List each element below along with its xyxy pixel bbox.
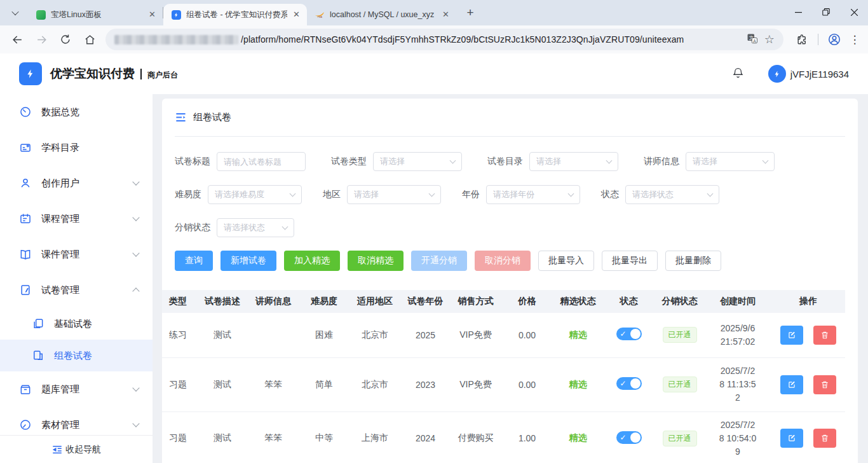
enable-distribution-button[interactable]: 开通分销 xyxy=(411,251,467,271)
page-card: 组卷试卷 试卷标题 试卷类型 请选择 试卷目录 请选择 xyxy=(162,99,858,463)
region-select[interactable]: 请选择 xyxy=(347,185,441,204)
teacher-info-select[interactable]: 请选择 xyxy=(686,152,775,171)
batch-delete-button[interactable]: 批量删除 xyxy=(665,251,721,271)
chevron-down-icon xyxy=(606,158,613,164)
table-row: 习题 测试 笨笨 中等 上海市 2024 付费购买 1.00 精选 ✓ 已开通 … xyxy=(162,411,845,463)
close-window-button[interactable] xyxy=(840,0,868,24)
featured-status: 精选 xyxy=(553,411,602,463)
sidebar-subitem-basic-papers[interactable]: 基础试卷 xyxy=(0,308,153,340)
papers-table: 类型 试卷描述 讲师信息 难易度 适用地区 试卷年份 销售方式 价格 精选状态 … xyxy=(162,290,845,463)
browser-tab-active[interactable]: 组卷试卷 - 优学宝知识付费系统 ✕ xyxy=(163,4,307,25)
close-icon[interactable]: ✕ xyxy=(147,10,158,20)
sidebar-item-label: 创作用户 xyxy=(41,177,79,190)
status-toggle[interactable]: ✓ xyxy=(616,377,642,390)
col-price: 价格 xyxy=(501,290,553,313)
add-featured-button[interactable]: 加入精选 xyxy=(284,251,340,271)
sidebar-subitem-assembled-papers[interactable]: 组卷试卷 xyxy=(0,340,153,371)
translate-icon[interactable]: 文A xyxy=(747,33,758,46)
add-paper-button[interactable]: 新增试卷 xyxy=(220,251,276,271)
exam-paper-pen-icon xyxy=(19,284,32,296)
remove-featured-button[interactable]: 取消精选 xyxy=(348,251,403,271)
edit-button[interactable] xyxy=(780,375,803,394)
refresh-icon[interactable] xyxy=(55,29,76,50)
collapse-nav-button[interactable]: 收起导航 xyxy=(0,435,153,463)
sidebar-item-creator-users[interactable]: 创作用户 xyxy=(0,165,153,201)
tab-search-button[interactable] xyxy=(6,4,24,22)
tab-title: 组卷试卷 - 优学宝知识付费系统 xyxy=(186,10,287,20)
brand-subtitle: 商户后台 xyxy=(147,67,178,81)
phpmyadmin-icon: PMA xyxy=(315,10,325,20)
status-toggle[interactable]: ✓ xyxy=(616,328,642,340)
sidebar-item-question-bank[interactable]: 题库管理 xyxy=(0,371,153,407)
distribution-badge: 已开通 xyxy=(663,327,697,343)
close-icon[interactable]: ✕ xyxy=(440,10,451,20)
collapse-nav-icon xyxy=(51,444,63,455)
delete-button[interactable] xyxy=(813,326,836,345)
paper-title-input[interactable] xyxy=(217,152,306,171)
sidebar-item-label: 学科目录 xyxy=(41,142,79,154)
sidebar-item-subject-catalog[interactable]: 学科目录 xyxy=(0,130,153,165)
new-tab-button[interactable]: + xyxy=(461,4,479,22)
batch-import-button[interactable]: 批量导入 xyxy=(538,251,594,271)
user-icon xyxy=(19,177,32,190)
chevron-up-icon xyxy=(132,287,139,294)
book-icon xyxy=(19,248,32,261)
dashboard-gauge-icon xyxy=(19,106,32,118)
restore-button[interactable] xyxy=(812,0,840,24)
sidebar-item-exam-management[interactable]: 试卷管理 xyxy=(0,272,153,308)
home-icon[interactable] xyxy=(79,29,100,50)
chevron-down-icon xyxy=(282,224,288,230)
filter-label: 地区 xyxy=(323,189,341,200)
sidebar-item-data-overview[interactable]: 数据总览 xyxy=(0,94,153,130)
paper-document-icon xyxy=(32,349,44,362)
forward-icon[interactable] xyxy=(31,29,51,50)
edit-button[interactable] xyxy=(780,326,803,345)
tab-title: localhost / MySQL / uxue_xyz xyxy=(330,10,437,19)
minimize-button[interactable] xyxy=(784,0,812,24)
table-row: 习题 测试 笨笨 简单 北京市 2023 VIP免费 0.00 精选 ✓ 已开通… xyxy=(162,357,845,411)
filter-label: 年份 xyxy=(462,189,480,200)
chevron-down-icon xyxy=(132,420,139,427)
profile-icon[interactable] xyxy=(824,29,844,50)
distribution-status-select[interactable]: 请选择状态 xyxy=(217,218,294,237)
chevron-down-icon xyxy=(707,191,714,197)
col-difficulty: 难易度 xyxy=(299,290,349,313)
delete-button[interactable] xyxy=(813,429,836,448)
edit-button[interactable] xyxy=(780,429,803,448)
chevron-down-icon xyxy=(763,158,769,164)
toolbar-separator xyxy=(818,34,818,45)
sidebar-subitem-label: 基础试卷 xyxy=(54,318,92,330)
browser-tab-baota[interactable]: 宝塔Linux面板 ✕ xyxy=(28,4,163,25)
brand-title: 优学宝知识付费 xyxy=(50,66,135,82)
difficulty-select[interactable]: 请选择难易度 xyxy=(208,185,302,204)
cancel-distribution-button[interactable]: 取消分销 xyxy=(475,251,531,271)
list-lines-icon xyxy=(175,111,187,123)
paper-catalog-select[interactable]: 请选择 xyxy=(529,152,618,171)
distribution-badge: 已开通 xyxy=(663,431,697,446)
bookmark-star-icon[interactable]: ☆ xyxy=(764,34,775,45)
paper-type-select[interactable]: 请选择 xyxy=(373,152,462,171)
close-icon[interactable]: ✕ xyxy=(291,10,302,20)
url-bar[interactable]: /platform/home/RTNseGt6Vk04YTdsdjF5YmhhS… xyxy=(105,29,783,50)
status-select[interactable]: 请选择状态 xyxy=(625,185,719,204)
sidebar-item-courseware-management[interactable]: 课件管理 xyxy=(0,237,153,272)
status-toggle[interactable]: ✓ xyxy=(616,431,642,444)
browser-tab-phpmyadmin[interactable]: PMA localhost / MySQL / uxue_xyz ✕ xyxy=(307,4,456,25)
filter-label: 讲师信息 xyxy=(644,156,679,167)
sidebar-item-label: 课程管理 xyxy=(41,213,79,225)
batch-export-button[interactable]: 批量导出 xyxy=(602,251,658,271)
table-header-row: 类型 试卷描述 讲师信息 难易度 适用地区 试卷年份 销售方式 价格 精选状态 … xyxy=(162,290,845,313)
year-select[interactable]: 请选择年份 xyxy=(486,185,580,204)
sidebar-item-label: 题库管理 xyxy=(41,384,79,396)
collapse-nav-label: 收起导航 xyxy=(65,444,101,455)
chevron-down-icon xyxy=(132,249,139,256)
chevron-down-icon xyxy=(132,178,139,185)
sidebar-item-course-management[interactable]: 课程管理 xyxy=(0,201,153,237)
menu-dots-icon[interactable]: ⋮ xyxy=(848,29,861,50)
delete-button[interactable] xyxy=(813,375,836,394)
extensions-puzzle-icon[interactable] xyxy=(792,29,812,50)
search-button[interactable]: 查询 xyxy=(175,251,213,271)
user-avatar-bolt-icon[interactable] xyxy=(768,65,786,83)
back-icon[interactable] xyxy=(7,29,27,50)
notification-bell-icon[interactable] xyxy=(732,66,744,81)
